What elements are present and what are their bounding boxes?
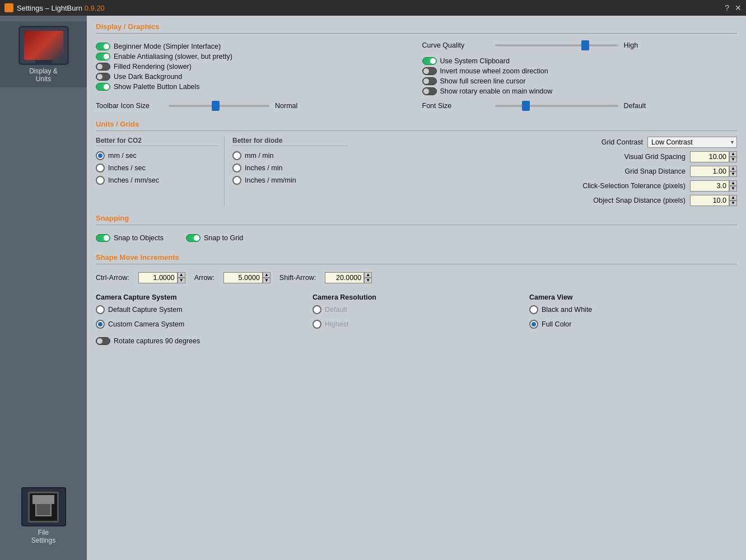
floppy-disk-icon xyxy=(28,492,59,522)
label-default-capture: Default Capture System xyxy=(108,306,183,314)
ctrl-arrow-input[interactable] xyxy=(138,272,178,283)
toolbar-icon-size-slider[interactable] xyxy=(169,105,269,107)
radio-full-color-dot xyxy=(531,322,536,326)
sidebar-item-file-settings[interactable]: FileSettings xyxy=(0,483,87,549)
toggle-full-screen-cursor[interactable] xyxy=(422,77,437,85)
sidebar-label-display: Display &Units xyxy=(29,67,58,83)
units-grids-section: Units / Grids Better for CO2 mm / sec In… xyxy=(96,120,737,206)
radio-inches-sec-btn[interactable] xyxy=(96,164,105,172)
radio-inches-mmsec-btn[interactable] xyxy=(96,176,105,185)
font-size-slider[interactable] xyxy=(495,105,618,107)
sidebar-label-file: FileSettings xyxy=(31,529,55,544)
toggle-dark-background[interactable] xyxy=(96,73,110,81)
camera-view-title: Camera View xyxy=(529,293,737,301)
radio-res-default-btn[interactable] xyxy=(313,305,321,314)
toggle-palette-labels[interactable] xyxy=(96,83,110,91)
ctrl-arrow-input-group: ▲ ▼ xyxy=(138,272,185,283)
visual-grid-spacing-down[interactable]: ▼ xyxy=(729,157,737,162)
click-selection-input[interactable] xyxy=(690,180,729,192)
visual-grid-spacing-label: Visual Grid Spacing xyxy=(624,153,686,161)
label-inches-min: Inches / min xyxy=(245,164,282,172)
radio-res-highest-btn[interactable] xyxy=(313,320,321,329)
setting-system-clipboard: Use System Clipboard xyxy=(422,56,738,66)
radio-default-capture: Default Capture System xyxy=(96,304,304,316)
click-selection-label: Click-Selection Tolerance (pixels) xyxy=(582,182,686,190)
setting-beginner-mode: Beginner Mode (Simpler Interface) xyxy=(96,41,411,52)
toggle-rotate-captures[interactable] xyxy=(96,337,110,345)
shift-arrow-input[interactable] xyxy=(325,272,364,283)
arrow-down[interactable]: ▼ xyxy=(263,278,271,283)
radio-inches-min-btn[interactable] xyxy=(232,164,241,172)
shift-arrow-input-group: ▲ ▼ xyxy=(325,272,372,283)
radio-mm-sec-btn[interactable] xyxy=(96,151,105,160)
visual-grid-spacing-spinner: ▲ ▼ xyxy=(729,151,737,162)
setting-full-screen-cursor: Show full screen line cursor xyxy=(422,76,738,86)
ctrl-arrow-up[interactable]: ▲ xyxy=(178,272,185,278)
object-snap-up[interactable]: ▲ xyxy=(729,195,737,200)
units-col-c: Grid Contrast Low Contrast Normal High C… xyxy=(353,137,737,206)
visual-grid-spacing-up[interactable]: ▲ xyxy=(729,151,737,157)
shape-move-section: Shape Move Increments Ctrl-Arrow: ▲ ▼ Ar… xyxy=(96,253,737,286)
close-button[interactable]: ✕ xyxy=(735,3,742,12)
toggle-invert-mouse[interactable] xyxy=(422,67,437,75)
radio-res-default: Default xyxy=(313,304,520,316)
object-snap-input[interactable] xyxy=(690,195,729,206)
object-snap-down[interactable]: ▼ xyxy=(729,200,737,206)
snap-to-grid-row: Snap to Grid xyxy=(186,233,243,243)
label-filled-rendering: Filled Rendering (slower) xyxy=(114,63,192,71)
grid-contrast-select[interactable]: Low Contrast Normal High Contrast xyxy=(647,137,737,148)
shift-arrow-down[interactable]: ▼ xyxy=(364,278,372,283)
radio-inches-mmmin-btn[interactable] xyxy=(232,176,241,185)
radio-mm-min-btn[interactable] xyxy=(232,151,241,160)
click-selection-row: Click-Selection Tolerance (pixels) ▲ ▼ xyxy=(361,180,737,192)
toggle-filled-rendering[interactable] xyxy=(96,63,110,71)
toolbar-icon-size-row: Toolbar Icon Size Normal xyxy=(96,100,411,112)
visual-grid-spacing-input-group: ▲ ▼ xyxy=(690,151,737,162)
snapping-title: Snapping xyxy=(96,214,737,225)
better-for-diode-label: Better for diode xyxy=(232,137,348,146)
label-system-clipboard: Use System Clipboard xyxy=(440,57,510,65)
help-button[interactable]: ? xyxy=(725,3,729,12)
arrow-input[interactable] xyxy=(223,272,263,283)
shift-arrow-up[interactable]: ▲ xyxy=(364,272,372,278)
toolbar-icon-size-thumb xyxy=(212,101,220,111)
toolbar-icon-size-label: Toolbar Icon Size xyxy=(96,102,163,110)
display-graphics-title: Display / Graphics xyxy=(96,22,737,34)
toggle-system-clipboard[interactable] xyxy=(422,57,437,65)
grid-contrast-row: Grid Contrast Low Contrast Normal High C… xyxy=(361,137,737,148)
content-area: Display / Graphics Beginner Mode (Simple… xyxy=(87,16,746,560)
radio-custom-capture-dot xyxy=(98,322,102,326)
grid-snap-distance-label: Grid Snap Distance xyxy=(625,167,686,175)
main-container: Display &Units FileSettings Display / Gr… xyxy=(0,16,746,560)
toggle-snap-objects[interactable] xyxy=(96,234,110,242)
radio-mm-sec-dot xyxy=(98,153,102,158)
radio-default-capture-btn[interactable] xyxy=(96,305,105,314)
sidebar-item-display-units[interactable]: Display &Units xyxy=(0,21,87,87)
app-icon xyxy=(4,3,13,12)
visual-grid-spacing-input[interactable] xyxy=(690,151,729,162)
click-selection-up[interactable]: ▲ xyxy=(729,180,737,186)
curve-quality-slider[interactable] xyxy=(495,44,618,46)
label-snap-grid: Snap to Grid xyxy=(204,234,243,242)
font-size-row: Font Size Default xyxy=(422,100,738,112)
grid-snap-distance-down[interactable]: ▼ xyxy=(729,171,737,177)
toggle-beginner-mode[interactable] xyxy=(96,43,110,50)
radio-black-white-btn[interactable] xyxy=(529,305,538,314)
radio-custom-capture: Custom Camera System xyxy=(96,318,304,330)
ctrl-arrow-down[interactable]: ▼ xyxy=(178,278,185,283)
camera-view-options: Black and White Full Color xyxy=(529,304,737,330)
toggle-snap-grid[interactable] xyxy=(186,234,201,242)
grid-contrast-label: Grid Contrast xyxy=(602,138,643,146)
grid-snap-distance-input[interactable] xyxy=(690,166,729,177)
grid-snap-distance-up[interactable]: ▲ xyxy=(729,166,737,171)
monitor-screen xyxy=(24,31,63,60)
click-selection-down[interactable]: ▼ xyxy=(729,186,737,192)
snapping-row: Snap to Objects Snap to Grid xyxy=(96,231,737,245)
toggle-rotary-enable[interactable] xyxy=(422,87,437,95)
radio-inches-min: Inches / min xyxy=(232,162,348,174)
arrow-up[interactable]: ▲ xyxy=(263,272,271,278)
setting-antialiasing: Enable Antialiasing (slower, but pretty) xyxy=(96,52,411,62)
toggle-antialiasing[interactable] xyxy=(96,53,110,60)
radio-custom-capture-btn[interactable] xyxy=(96,320,105,329)
radio-full-color-btn[interactable] xyxy=(529,320,538,329)
